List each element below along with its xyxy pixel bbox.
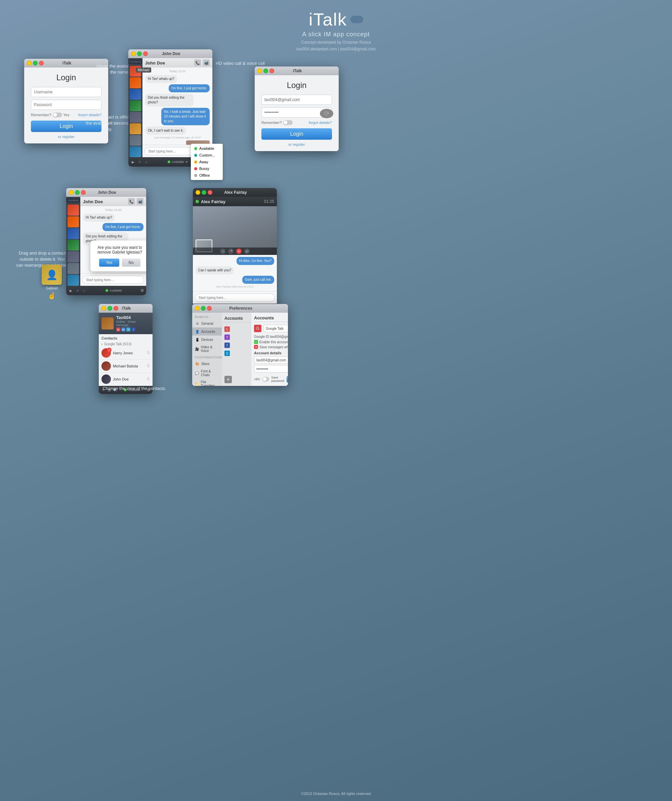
right-maximize[interactable] [263, 69, 268, 73]
status-offline[interactable]: Offline [191, 172, 223, 179]
maximize-button[interactable] [33, 61, 38, 66]
sm-gear-btn[interactable]: ⚙ [140, 288, 144, 293]
contact-avatar-3[interactable] [130, 89, 141, 100]
sm-video-btn[interactable]: 📹 [137, 198, 143, 205]
register-link-right[interactable]: or register [261, 142, 332, 146]
save-pwd-toggle[interactable] [263, 377, 269, 381]
small-chat-input[interactable] [82, 276, 144, 284]
google-icon[interactable]: G [116, 327, 120, 331]
phone-icon-btn[interactable]: 📞 [194, 60, 201, 66]
prefs-password-input[interactable] [254, 365, 288, 372]
register-link-left[interactable]: or register [31, 135, 102, 139]
password-input[interactable] [31, 100, 102, 110]
contact-avatar-8[interactable] [130, 146, 141, 157]
ca-minimize[interactable] [102, 306, 106, 310]
prefs-item-video[interactable]: 🎥 Video & Voice [192, 344, 222, 354]
right-minimize[interactable] [257, 69, 262, 73]
play-icon[interactable]: ▶ [131, 159, 136, 164]
sm-minimize[interactable] [69, 190, 74, 195]
cbb-grid-icon[interactable]: ⊞ [107, 388, 111, 392]
sm-maximize[interactable] [75, 190, 80, 195]
list-item-harry[interactable]: 2 Harry Jones ⠿ [99, 347, 153, 360]
contact-avatar-4[interactable] [130, 100, 141, 111]
contact-avatar-7[interactable] [130, 135, 141, 146]
sm-avatar-2[interactable] [68, 216, 79, 227]
sm-play-icon[interactable]: ▶ [68, 288, 74, 293]
pr-maximize[interactable] [201, 306, 206, 310]
contact-avatar-2[interactable] [130, 77, 141, 88]
sm-close[interactable] [81, 190, 86, 195]
video-icon-btn[interactable]: 📹 [203, 60, 209, 66]
sm-avatar-4[interactable] [68, 240, 79, 251]
ca-close[interactable] [114, 306, 118, 310]
cbb-search-icon[interactable]: 🔍 [113, 388, 118, 392]
account-fb[interactable]: f [222, 341, 251, 349]
volume-btn[interactable]: 🔊 [244, 249, 250, 254]
main-chat-close[interactable] [143, 51, 148, 56]
email-input-right[interactable] [261, 95, 332, 105]
prefs-item-general[interactable]: ⚙ General [192, 319, 222, 327]
status-available[interactable]: Available [191, 145, 223, 152]
sm-add-icon[interactable]: + [75, 288, 80, 293]
list-item-michael[interactable]: Michael Batista ⠿ [99, 360, 153, 373]
add-icon[interactable]: + [137, 159, 142, 164]
prefs-item-fonts[interactable]: 💬 Font & Chats [192, 368, 222, 378]
close-button[interactable] [39, 61, 44, 66]
prefs-save-button[interactable]: Save [287, 376, 288, 383]
home-icon[interactable]: ⌂ [144, 159, 149, 164]
status-arrow[interactable]: ▼ [185, 161, 188, 164]
vc-minimize[interactable] [195, 190, 200, 195]
pr-close[interactable] [207, 306, 212, 310]
sm-avatar-6[interactable] [68, 263, 79, 274]
username-input[interactable] [31, 87, 102, 97]
end-call-btn[interactable]: ✕ [236, 249, 242, 254]
status-busy[interactable]: Bussy [191, 165, 223, 172]
right-close[interactable] [269, 69, 274, 73]
prefs-item-skins[interactable]: 🎨 Skins [192, 360, 222, 368]
pr-minimize[interactable] [195, 306, 200, 310]
sm-avatar-7[interactable] [68, 275, 79, 286]
forgot-link-right[interactable]: forgot details? [309, 121, 332, 125]
status-custom[interactable]: Custom... [191, 152, 223, 159]
login-button-left[interactable]: Login [31, 121, 102, 132]
prefs-email-input[interactable] [254, 356, 288, 364]
toggle-mic-btn[interactable]: 🎤 [228, 249, 234, 254]
contact-avatar-6[interactable] [130, 123, 141, 134]
contact-avatar-5[interactable] [130, 112, 141, 122]
vc-maximize[interactable] [201, 190, 206, 195]
account-name-input[interactable] [263, 325, 288, 332]
dialog-yes-button[interactable]: Yes [99, 259, 119, 267]
main-chat-minimize[interactable] [131, 51, 136, 56]
twitter-icon[interactable]: t [126, 327, 131, 331]
cbb-add-icon[interactable]: + [101, 388, 105, 392]
sm-phone-btn[interactable]: 📞 [128, 198, 135, 205]
dialog-no-button[interactable]: No [122, 259, 140, 267]
minimize-button[interactable] [27, 61, 32, 66]
status-away[interactable]: Away [191, 159, 223, 165]
remember-toggle-right[interactable] [283, 120, 293, 125]
login-button-right[interactable]: Login [261, 128, 332, 140]
account-skype[interactable]: S [222, 349, 251, 357]
main-chat-maximize[interactable] [137, 51, 142, 56]
ca-maximize[interactable] [108, 306, 112, 310]
add-account-button[interactable]: + [224, 376, 232, 383]
ca-gear-btn[interactable]: ⚙ [147, 388, 150, 392]
account-yahoo[interactable]: Y [222, 333, 251, 341]
list-item-john[interactable]: John Doe ⠿ [99, 373, 153, 386]
sm-avatar-5[interactable] [68, 251, 79, 262]
prefs-item-files[interactable]: 📁 File Transfers [192, 378, 222, 386]
forgot-link[interactable]: forgot details? [78, 113, 102, 117]
drag-avatar[interactable]: 👤 Gabriel ☝ [40, 265, 64, 299]
vc-close[interactable] [208, 190, 212, 195]
msn-icon[interactable]: M [121, 327, 125, 331]
remember-toggle[interactable] [53, 113, 62, 117]
sm-home-icon[interactable]: ⌂ [82, 288, 87, 293]
prefs-item-devices[interactable]: 📱 Devices [192, 336, 222, 344]
toggle-camera-btn[interactable]: 📹 [220, 249, 226, 254]
sm-avatar-3[interactable] [68, 228, 79, 239]
prefs-item-accounts[interactable]: 👤 Accounts [192, 327, 222, 336]
sm-avatar-1[interactable] [68, 204, 79, 216]
facebook-icon[interactable]: f [131, 327, 135, 331]
account-google[interactable]: G [222, 325, 251, 333]
vc-chat-input[interactable] [195, 294, 275, 302]
